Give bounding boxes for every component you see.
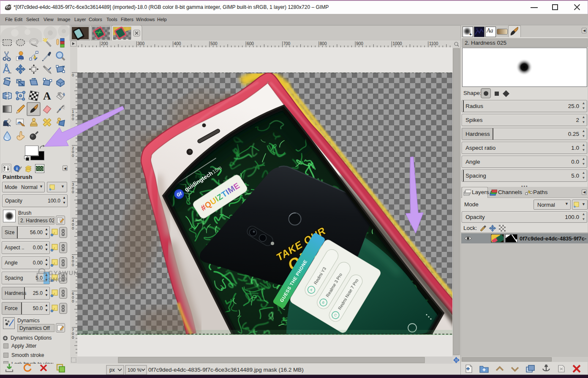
svg-text:800: 800 — [320, 41, 327, 46]
svg-text:A: A — [43, 90, 51, 102]
svg-text:0: 0 — [72, 189, 74, 194]
svg-text:1100: 1100 — [429, 41, 438, 46]
svg-text:+: + — [469, 32, 472, 37]
svg-text:900: 900 — [356, 41, 363, 46]
svg-text:0f7c9ded-e4dc-4835-9f7c-6ce3c3: 0f7c9ded-e4dc-4835-9f7c-6ce3c3614489.jpg… — [148, 367, 304, 373]
svg-text:100 %: 100 % — [128, 367, 142, 373]
svg-text:200: 200 — [101, 41, 108, 46]
svg-text:0: 0 — [72, 299, 74, 303]
svg-text:i: i — [16, 166, 17, 171]
svg-text:0: 0 — [72, 116, 74, 121]
svg-text:300: 300 — [137, 41, 144, 46]
svg-text:0: 0 — [72, 226, 74, 230]
svg-text:700: 700 — [283, 41, 291, 46]
svg-text:px: px — [109, 367, 115, 373]
svg-text:0: 0 — [72, 335, 74, 340]
svg-text:0: 0 — [72, 73, 74, 77]
svg-text:0: 0 — [72, 153, 74, 158]
svg-text:500: 500 — [210, 41, 218, 46]
svg-text:400: 400 — [174, 41, 181, 46]
svg-text:1000: 1000 — [392, 41, 402, 46]
svg-text:600: 600 — [247, 41, 254, 46]
svg-text:0: 0 — [72, 262, 74, 267]
